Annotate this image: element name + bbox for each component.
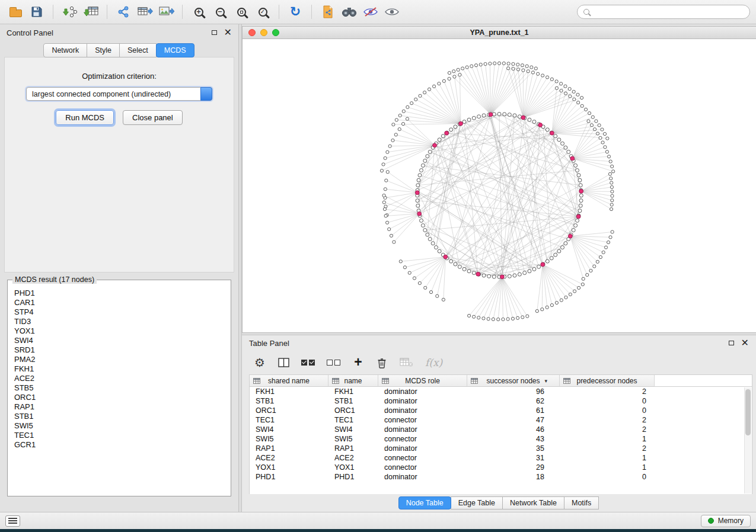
mcds-result-list[interactable]: PHD1CAR1STP4TID3YOX1SWI4SRD1PMA2FKH1ACE2… bbox=[9, 286, 229, 495]
float-table-panel-icon[interactable] bbox=[729, 341, 734, 345]
mcds-result-item[interactable]: STB5 bbox=[14, 383, 224, 393]
float-panel-icon[interactable] bbox=[212, 30, 217, 35]
table-cell[interactable]: PHD1 bbox=[328, 472, 378, 482]
table-cell[interactable]: dominator bbox=[378, 472, 467, 482]
table-cell[interactable]: 43 bbox=[467, 434, 560, 444]
sort-chevron-icon[interactable]: ▾ bbox=[544, 378, 547, 384]
mcds-result-item[interactable]: TID3 bbox=[14, 317, 224, 326]
column-header-mcds-role[interactable]: MCDS role bbox=[378, 375, 467, 387]
mcds-result-item[interactable]: SWI5 bbox=[14, 421, 224, 431]
table-cell[interactable]: 2 bbox=[560, 425, 655, 434]
status-menu-button[interactable] bbox=[5, 515, 20, 527]
table-row[interactable]: ORC1ORC1dominator610 bbox=[250, 406, 752, 415]
table-row[interactable]: FKH1FKH1dominator962 bbox=[250, 387, 752, 396]
mcds-result-item[interactable]: TEC1 bbox=[14, 431, 224, 440]
table-cell[interactable]: 31 bbox=[467, 453, 560, 463]
column-header-shared-name[interactable]: shared name bbox=[250, 375, 328, 387]
tab-style[interactable]: Style bbox=[87, 43, 120, 57]
table-cell[interactable]: connector bbox=[378, 453, 467, 463]
zoom-selected-button[interactable]: ✓ bbox=[253, 2, 272, 21]
table-cell[interactable]: 2 bbox=[560, 415, 655, 425]
clone-network-button[interactable] bbox=[318, 2, 337, 21]
table-cell[interactable]: 0 bbox=[560, 406, 655, 415]
table-cell[interactable]: 1 bbox=[560, 434, 655, 444]
table-cell[interactable]: 29 bbox=[467, 463, 560, 472]
mcds-result-item[interactable]: STB1 bbox=[14, 412, 224, 421]
table-cell[interactable]: 0 bbox=[560, 396, 655, 406]
deselect-all-button[interactable] bbox=[327, 355, 340, 370]
table-cell[interactable]: YOX1 bbox=[250, 463, 328, 472]
mcds-result-item[interactable]: PMA2 bbox=[14, 355, 224, 364]
table-cell[interactable]: RAP1 bbox=[250, 444, 328, 453]
mcds-result-item[interactable]: GCR1 bbox=[14, 440, 224, 450]
maximize-window-icon[interactable] bbox=[272, 29, 279, 36]
mcds-result-item[interactable]: PHD1 bbox=[14, 289, 224, 298]
find-button[interactable] bbox=[340, 2, 359, 21]
table-row[interactable]: PHD1PHD1dominator180 bbox=[250, 472, 752, 482]
table-cell[interactable]: dominator bbox=[378, 425, 467, 434]
table-cell[interactable]: 18 bbox=[467, 472, 560, 482]
table-cell[interactable]: dominator bbox=[378, 396, 467, 406]
table-cell[interactable]: 47 bbox=[467, 415, 560, 425]
show-details-button[interactable] bbox=[382, 2, 401, 21]
memory-button[interactable]: Memory bbox=[701, 515, 751, 527]
mcds-result-item[interactable]: CAR1 bbox=[14, 298, 224, 307]
minimize-window-icon[interactable] bbox=[260, 29, 267, 36]
table-cell[interactable]: connector bbox=[378, 415, 467, 425]
tab-mcds[interactable]: MCDS bbox=[156, 43, 194, 57]
table-row[interactable]: STB1STB1dominator620 bbox=[250, 396, 752, 406]
table-cell[interactable]: 96 bbox=[467, 387, 560, 396]
search-input[interactable] bbox=[594, 8, 744, 16]
table-cell[interactable]: 46 bbox=[467, 425, 560, 434]
table-cell[interactable]: SWI4 bbox=[328, 425, 378, 434]
table-cell[interactable]: 2 bbox=[560, 444, 655, 453]
table-cell[interactable]: connector bbox=[378, 434, 467, 444]
import-table-button[interactable] bbox=[81, 2, 100, 21]
mcds-result-item[interactable]: SRD1 bbox=[14, 345, 224, 355]
zoom-in-button[interactable]: + bbox=[189, 2, 208, 21]
table-cell[interactable]: dominator bbox=[378, 387, 467, 396]
hide-details-button[interactable] bbox=[361, 2, 380, 21]
save-session-button[interactable] bbox=[27, 2, 46, 21]
import-network-button[interactable] bbox=[60, 2, 79, 21]
table-cell[interactable]: 62 bbox=[467, 396, 560, 406]
table-cell[interactable]: PHD1 bbox=[250, 472, 328, 482]
table-cell[interactable]: SWI5 bbox=[328, 434, 378, 444]
mcds-result-item[interactable]: YOX1 bbox=[14, 326, 224, 336]
table-cell[interactable]: TEC1 bbox=[250, 415, 328, 425]
table-cell[interactable]: ORC1 bbox=[250, 406, 328, 415]
table-cell[interactable]: dominator bbox=[378, 444, 467, 453]
zoom-fit-button[interactable] bbox=[232, 2, 251, 21]
table-cell[interactable]: TEC1 bbox=[328, 415, 378, 425]
optimization-criterion-select[interactable]: largest connected component (undirected) bbox=[26, 87, 212, 101]
mcds-result-item[interactable]: FKH1 bbox=[14, 364, 224, 374]
column-header-predecessor-nodes[interactable]: predecessor nodes bbox=[560, 375, 655, 387]
table-row[interactable]: RAP1RAP1dominator352 bbox=[250, 444, 752, 453]
mcds-result-item[interactable]: STP4 bbox=[14, 307, 224, 317]
scrollbar-thumb[interactable] bbox=[745, 389, 751, 435]
table-mode-button[interactable]: ⚙ bbox=[254, 355, 266, 370]
mcds-result-item[interactable]: ACE2 bbox=[14, 374, 224, 383]
tab-select[interactable]: Select bbox=[119, 43, 157, 57]
delete-column-button[interactable] bbox=[376, 355, 388, 370]
table-cell[interactable]: YOX1 bbox=[328, 463, 378, 472]
select-all-button[interactable] bbox=[301, 355, 315, 370]
table-cell[interactable]: STB1 bbox=[328, 396, 378, 406]
table-cell[interactable]: STB1 bbox=[250, 396, 328, 406]
table-cell[interactable]: 1 bbox=[560, 463, 655, 472]
mcds-result-item[interactable]: ORC1 bbox=[14, 393, 224, 402]
close-panel-icon[interactable]: ✕ bbox=[224, 29, 232, 36]
table-row[interactable]: TEC1TEC1connector472 bbox=[250, 415, 752, 425]
table-row[interactable]: SWI4SWI4dominator462 bbox=[250, 425, 752, 434]
export-network-button[interactable] bbox=[114, 2, 133, 21]
zoom-out-button[interactable]: − bbox=[210, 2, 229, 21]
add-column-button[interactable]: + bbox=[352, 355, 364, 370]
close-panel-button[interactable]: Close panel bbox=[123, 110, 183, 125]
export-table-button[interactable] bbox=[135, 2, 154, 21]
table-cell[interactable]: 2 bbox=[560, 387, 655, 396]
table-cell[interactable]: SWI4 bbox=[250, 425, 328, 434]
close-table-panel-icon[interactable]: ✕ bbox=[741, 339, 749, 347]
table-cell[interactable]: ACE2 bbox=[328, 453, 378, 463]
table-cell[interactable]: 35 bbox=[467, 444, 560, 453]
table-cell[interactable]: RAP1 bbox=[328, 444, 378, 453]
